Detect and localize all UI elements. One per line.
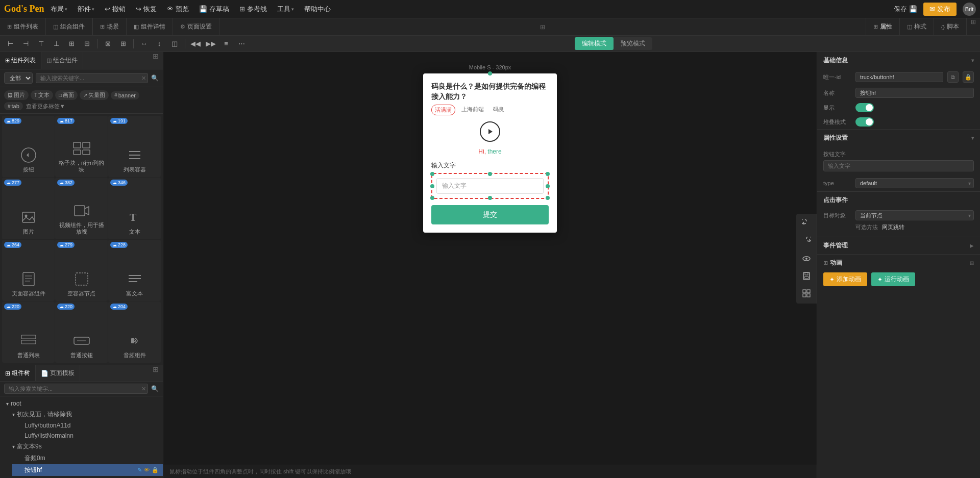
name-input[interactable] xyxy=(855,88,974,98)
tree-tab[interactable]: ⊞ 组件树 xyxy=(0,365,36,381)
pin-left-button[interactable]: ⊞ xyxy=(149,52,163,69)
handle-top-left[interactable] xyxy=(430,172,434,176)
tab-styles[interactable]: ◫ 样式 xyxy=(900,18,934,35)
tab-properties[interactable]: ⊞ 属性 xyxy=(866,18,900,35)
see-more-tags[interactable]: 查看更多标签▼ xyxy=(26,103,65,110)
fit-btn[interactable]: ↔ xyxy=(138,38,150,50)
tree-search-icon[interactable]: 🔍 xyxy=(151,385,159,392)
basic-info-header[interactable]: 基础信息 ▾ xyxy=(817,52,980,69)
tag-filter-select[interactable]: 全部 xyxy=(4,72,33,84)
redo-side-btn[interactable] xyxy=(798,233,815,249)
tab-combined-component[interactable]: ◫ 组合组件 xyxy=(46,18,92,35)
align-bottom-btn[interactable]: ⊟ xyxy=(81,38,93,50)
tab-scripts[interactable]: {} 脚本 xyxy=(934,18,967,35)
expand-left-panel[interactable]: ⊞ xyxy=(536,23,549,31)
unique-id-input[interactable] xyxy=(855,72,943,82)
left-tab-component-list[interactable]: ⊞ 组件列表 xyxy=(0,52,41,69)
stack-toggle[interactable] xyxy=(855,117,874,127)
publish-button[interactable]: ✉ 发布 xyxy=(923,3,957,16)
nav-parts[interactable]: 部件 ▾ xyxy=(74,3,99,16)
distribute-v-btn[interactable]: ⊞ xyxy=(117,38,129,50)
canvas-submit-button[interactable]: 提交 xyxy=(431,205,549,224)
run-animation-button[interactable]: ✦ 运行动画 xyxy=(871,272,915,286)
nav-save-draft[interactable]: 💾存草稿 xyxy=(195,3,233,16)
canvas-area[interactable]: Mobile S - 320px 码良是什么？是如何提供完备的编程接入能力？ 活… xyxy=(163,52,817,465)
method-value[interactable]: 网页跳转 xyxy=(882,223,904,231)
nav-reference-line[interactable]: ⊞参考线 xyxy=(235,3,271,16)
comp-text[interactable]: ☁ 346 T 文本 xyxy=(108,178,161,239)
display-toggle[interactable] xyxy=(855,103,874,112)
template-tab[interactable]: 📄 页面模板 xyxy=(36,365,80,381)
nav-help[interactable]: 帮助中心 xyxy=(300,3,335,16)
clear-tree-search-icon[interactable]: ✕ xyxy=(141,386,146,392)
copy-id-btn[interactable]: ⧉ xyxy=(947,71,959,83)
tab-component-list[interactable]: ⊞ 组件列表 xyxy=(0,18,46,35)
nav-undo[interactable]: ↩撤销 xyxy=(101,3,130,16)
pin-bottom-left[interactable]: ⊞ xyxy=(149,365,163,381)
distribute-h-btn[interactable]: ⊠ xyxy=(102,38,114,50)
tab-component-detail[interactable]: ◧ 组件详情 xyxy=(127,18,173,35)
align-text-center-btn[interactable]: ≡ xyxy=(220,38,232,50)
tree-item-luffy-list[interactable]: ▶ Luffy/listNormalnn xyxy=(12,431,163,441)
nav-tools[interactable]: 工具 ▾ xyxy=(273,3,298,16)
target-select[interactable]: 当前节点 xyxy=(855,210,974,220)
prev-frame-btn[interactable]: ◀◀ xyxy=(189,38,202,50)
attr-settings-header[interactable]: 属性设置 ▾ xyxy=(817,130,980,146)
comp-empty-container[interactable]: ☁ 279 空容器节点 xyxy=(55,240,108,301)
add-animation-button[interactable]: ✦ 添加动画 xyxy=(823,272,867,286)
align-right-btn[interactable]: ⊤ xyxy=(35,38,47,50)
comp-normal-list[interactable]: ☁ 220 普通列表 xyxy=(2,301,55,363)
tree-search-input[interactable] xyxy=(4,384,148,394)
search-icon[interactable]: 🔍 xyxy=(151,74,159,82)
tree-item-button-hf[interactable]: ▶ 按钮hf ✎ 👁 🔒 xyxy=(12,464,163,476)
avatar[interactable]: Brit xyxy=(963,3,976,16)
align-center-h-btn[interactable]: ⊣ xyxy=(19,38,32,50)
preview-mode-button[interactable]: 预览模式 xyxy=(614,37,652,50)
handle-top-right[interactable] xyxy=(546,172,550,176)
undo-side-btn[interactable] xyxy=(798,216,815,232)
nav-layout[interactable]: 布局 ▾ xyxy=(46,3,71,16)
tab-page-settings[interactable]: ⚙ 页面设置 xyxy=(173,18,219,35)
comp-button[interactable]: ☁ 829 按钮 xyxy=(2,116,55,177)
tag-image[interactable]: 🖼 图片 xyxy=(4,90,29,100)
handle-top[interactable] xyxy=(488,172,492,176)
tree-item-luffy-button[interactable]: ▶ Luffy/buttonA11d xyxy=(12,420,163,431)
comp-list[interactable]: ☁ 191 列表容器 xyxy=(108,116,161,177)
comp-audio[interactable]: ☁ 204 音频组件 xyxy=(108,301,161,363)
save-button[interactable]: 保存 💾 xyxy=(894,5,917,14)
nav-redo[interactable]: ↪恢复 xyxy=(132,3,161,16)
canvas-input-box-selected[interactable]: 输入文字 xyxy=(431,173,549,199)
lock-id-btn[interactable]: 🔒 xyxy=(963,71,974,83)
play-button[interactable] xyxy=(480,121,500,142)
grid-side-btn[interactable] xyxy=(798,285,815,301)
nav-preview[interactable]: 👁预览 xyxy=(163,3,193,16)
edit-icon[interactable]: ✎ xyxy=(137,467,142,473)
align-top-btn[interactable]: ⊥ xyxy=(50,38,62,50)
comp-image[interactable]: ☁ 277 图片 xyxy=(2,178,55,239)
comp-video[interactable]: ☁ 382 视频组件，用于播放视 xyxy=(55,178,108,239)
align-left-btn[interactable]: ⊢ xyxy=(4,38,16,50)
eye-side-btn[interactable] xyxy=(798,250,815,267)
lock-icon[interactable]: 🔒 xyxy=(152,467,159,473)
tree-item-initial[interactable]: ▾ 初次见面，请移除我 xyxy=(6,409,163,420)
button-text-input[interactable] xyxy=(823,160,974,171)
component-search-input[interactable] xyxy=(36,73,148,83)
tag-vector[interactable]: ↗ 矢量图 xyxy=(80,90,109,100)
tree-item-audio[interactable]: ▶ 音频0m xyxy=(12,452,163,464)
tree-item-root[interactable]: ▾ root xyxy=(0,398,163,409)
tree-item-rich-text[interactable]: ▾ 富文本9s xyxy=(6,441,163,452)
more-btn[interactable]: ⋯ xyxy=(235,38,248,50)
align-center-v-btn[interactable]: ⊞ xyxy=(65,38,78,50)
handle-bottom-left[interactable] xyxy=(430,196,434,200)
handle-bottom-right[interactable] xyxy=(546,196,550,200)
top-handle[interactable] xyxy=(488,71,492,76)
event-management-section[interactable]: 事件管理 ▶ xyxy=(817,237,980,254)
comp-rich-text[interactable]: ☁ 228 富文本 xyxy=(108,240,161,301)
tab-scene[interactable]: ⊞ 场景 xyxy=(93,18,127,35)
resize-btn[interactable]: ◫ xyxy=(168,38,181,50)
edit-mode-button[interactable]: 编辑模式 xyxy=(575,37,614,50)
left-tab-combined[interactable]: ◫ 组合组件 xyxy=(41,52,83,69)
handle-left[interactable] xyxy=(430,184,434,188)
handle-bottom[interactable] xyxy=(488,196,492,200)
expand-right-panel[interactable]: ⊞ xyxy=(967,18,980,35)
